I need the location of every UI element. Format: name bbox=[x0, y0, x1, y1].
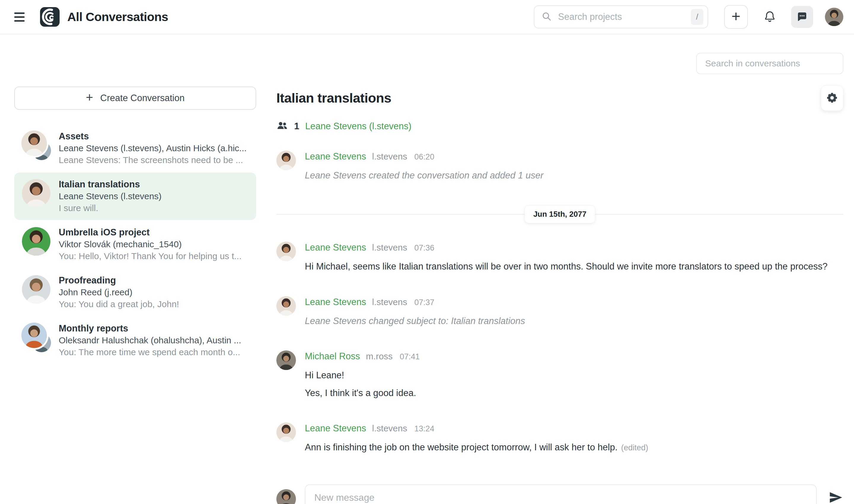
conversation-item-preview: Leane Stevens: The screenshots need to b… bbox=[59, 154, 249, 166]
plus-icon: + bbox=[731, 8, 741, 24]
conversation-item-title: Monthly reports bbox=[59, 323, 249, 335]
bell-icon bbox=[763, 10, 776, 24]
message-line: Leane Stevens changed subject to: Italia… bbox=[305, 316, 525, 326]
conversation-avatar bbox=[21, 323, 51, 352]
message-text: Hi Leane! bbox=[305, 369, 420, 381]
date-divider-label: Jun 15th, 2077 bbox=[524, 205, 595, 223]
page-title: All Conversations bbox=[67, 10, 168, 24]
projects-search[interactable]: / bbox=[534, 5, 708, 29]
create-conversation-button[interactable]: + Create Conversation bbox=[14, 87, 256, 110]
conversation-texts: Assets Leane Stevens (l.stevens), Austin… bbox=[59, 130, 249, 166]
header-actions: / + bbox=[534, 5, 843, 29]
message-text: Ann is finishing the job on the website … bbox=[305, 441, 648, 454]
conversation-item-participants: Oleksandr Halushchak (ohalushcha), Austi… bbox=[59, 335, 249, 346]
message-body: Leane Stevens l.stevens 13:24 Ann is fin… bbox=[305, 422, 648, 454]
message-author-avatar bbox=[277, 296, 296, 316]
message-author-avatar bbox=[277, 350, 296, 370]
content: + Create Conversation Assets Leane Steve… bbox=[0, 34, 854, 504]
conversation-item-preview: You: You did a great job, John! bbox=[59, 298, 249, 310]
plus-icon: + bbox=[86, 91, 93, 104]
message-author-username: l.stevens bbox=[372, 424, 407, 433]
conversation-texts: Umbrella iOS project Viktor Slovák (mech… bbox=[59, 227, 249, 262]
message-line: Ann is finishing the job on the website … bbox=[305, 442, 618, 452]
conversation-search-row bbox=[277, 53, 843, 74]
stacked-avatar-front bbox=[21, 130, 47, 156]
message-text: Yes, I think it's a good idea. bbox=[305, 386, 420, 399]
message-body: Michael Ross m.ross 07:41 Hi Leane!Yes, … bbox=[305, 350, 420, 399]
chat-panel: Italian translations 1 Leane Steve bbox=[277, 34, 843, 504]
conversation-list-item[interactable]: Assets Leane Stevens (l.stevens), Austin… bbox=[14, 125, 256, 172]
message-author-username: l.stevens bbox=[372, 242, 407, 253]
message-author-link[interactable]: Michael Ross bbox=[305, 351, 360, 362]
message-body: Leane Stevens l.stevens 06:20 Leane Stev… bbox=[305, 150, 544, 182]
conversation-list-item[interactable]: Italian translations Leane Stevens (l.st… bbox=[14, 173, 256, 220]
message-header: Leane Stevens l.stevens 13:24 bbox=[305, 423, 648, 434]
conversation-item-title: Italian translations bbox=[59, 179, 249, 190]
conversation-avatar bbox=[21, 274, 51, 304]
conversation-avatar bbox=[21, 227, 51, 256]
conversation-avatar bbox=[21, 179, 51, 208]
message-author-avatar bbox=[277, 150, 296, 170]
conversation-settings-button[interactable] bbox=[821, 85, 843, 111]
conversation-item-participants: Leane Stevens (l.stevens), Austin Hicks … bbox=[59, 142, 249, 154]
conversation-item-participants: John Reed (j.reed) bbox=[59, 286, 249, 298]
message-author-avatar bbox=[277, 422, 296, 442]
message-line: Hi Michael, seems like Italian translati… bbox=[305, 261, 828, 272]
gear-icon bbox=[826, 92, 838, 105]
conversation-item-title: Umbrella iOS project bbox=[59, 227, 249, 238]
conversations-sidebar: + Create Conversation Assets Leane Steve… bbox=[14, 34, 256, 364]
app-logo-icon bbox=[40, 7, 59, 27]
message-text: Hi Michael, seems like Italian translati… bbox=[305, 260, 828, 273]
message-timestamp: 13:24 bbox=[414, 424, 434, 433]
message-author-link[interactable]: Leane Stevens bbox=[305, 423, 366, 434]
user-avatar[interactable] bbox=[825, 8, 843, 26]
app-header: All Conversations / + bbox=[0, 0, 854, 34]
message-timestamp: 07:41 bbox=[400, 352, 420, 361]
menu-button[interactable] bbox=[14, 13, 24, 22]
message-author-username: m.ross bbox=[366, 351, 393, 361]
conversation-item-participants: Viktor Slovák (mechanic_1540) bbox=[59, 238, 249, 250]
message-body: Leane Stevens l.stevens 07:37 Leane Stev… bbox=[305, 296, 525, 327]
new-message-input[interactable] bbox=[305, 484, 817, 504]
conversation-item-preview: I sure will. bbox=[59, 202, 249, 214]
add-button[interactable]: + bbox=[724, 5, 748, 29]
conversation-title: Italian translations bbox=[277, 90, 391, 106]
create-conversation-label: Create Conversation bbox=[100, 93, 184, 104]
participants-count: 1 bbox=[294, 121, 299, 132]
edited-badge: (edited) bbox=[621, 443, 648, 452]
chat-message: Leane Stevens l.stevens 07:36 Hi Michael… bbox=[277, 241, 843, 273]
conversation-list-item[interactable]: Umbrella iOS project Viktor Slovák (mech… bbox=[14, 220, 256, 268]
send-button[interactable] bbox=[828, 490, 843, 504]
conversation-list-item[interactable]: Proofreading John Reed (j.reed) You: You… bbox=[14, 269, 256, 316]
chat-message: Leane Stevens l.stevens 06:20 Leane Stev… bbox=[277, 150, 843, 182]
avatar bbox=[22, 227, 50, 255]
notifications-button[interactable] bbox=[762, 10, 778, 24]
system-message-text: Leane Stevens changed subject to: Italia… bbox=[305, 314, 525, 327]
conversations-button[interactable] bbox=[791, 6, 813, 28]
conversation-item-preview: You: The more time we spend each month o… bbox=[59, 346, 249, 358]
conversation-list-item[interactable]: Monthly reports Oleksandr Halushchak (oh… bbox=[14, 317, 256, 364]
stacked-avatar-front bbox=[21, 323, 47, 348]
conversation-item-preview: You: Hello, Viktor! Thank You for helpin… bbox=[59, 250, 249, 262]
people-icon bbox=[277, 120, 288, 133]
message-author-link[interactable]: Leane Stevens bbox=[305, 297, 366, 307]
participant-link[interactable]: Leane Stevens (l.stevens) bbox=[305, 121, 411, 132]
message-timestamp: 07:37 bbox=[414, 298, 434, 307]
chat-message: Leane Stevens l.stevens 13:24 Ann is fin… bbox=[277, 422, 843, 454]
message-author-username: l.stevens bbox=[372, 297, 407, 307]
avatar bbox=[22, 179, 50, 208]
message-feed: Leane Stevens l.stevens 06:20 Leane Stev… bbox=[277, 150, 843, 477]
conversation-item-title: Proofreading bbox=[59, 274, 249, 286]
message-author-link[interactable]: Leane Stevens bbox=[305, 151, 366, 162]
message-author-username: l.stevens bbox=[372, 151, 407, 162]
search-in-conversations-input[interactable] bbox=[696, 53, 843, 74]
conversation-texts: Italian translations Leane Stevens (l.st… bbox=[59, 179, 249, 214]
header-left: All Conversations bbox=[14, 7, 168, 27]
composer-user-avatar bbox=[277, 489, 296, 504]
message-author-link[interactable]: Leane Stevens bbox=[305, 242, 366, 253]
participants-row: 1 Leane Stevens (l.stevens) bbox=[277, 120, 843, 133]
conversation-item-title: Assets bbox=[59, 130, 249, 142]
search-projects-input[interactable] bbox=[557, 11, 691, 22]
conversation-avatar bbox=[21, 130, 51, 160]
message-header: Leane Stevens l.stevens 06:20 bbox=[305, 151, 544, 162]
